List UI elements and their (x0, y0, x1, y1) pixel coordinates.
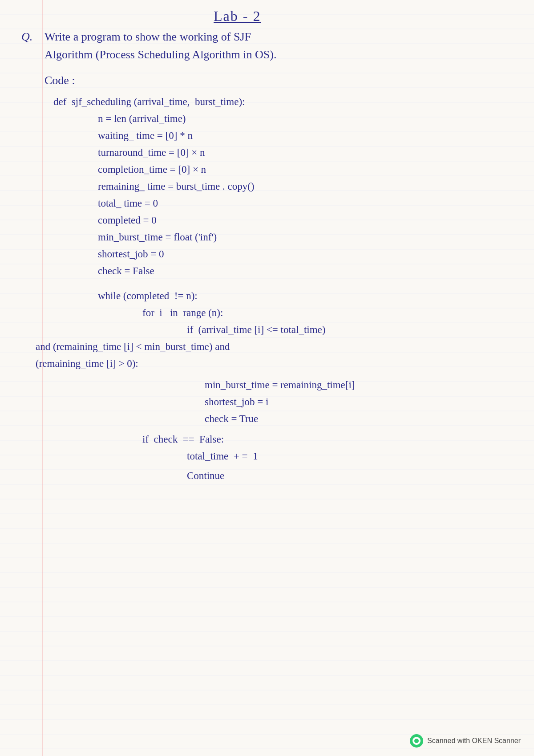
code-line-6: remaining_ time = burst_time . copy() (98, 178, 255, 195)
code-line-19: check = True (205, 411, 258, 427)
code-line-15: and (remaining_time [i] < min_burst_time… (36, 338, 230, 355)
code-line-21: total_time + = 1 (187, 448, 258, 465)
question-line2: Algorithm (Process Scheduling Algorithm … (44, 48, 276, 61)
scanner-badge: Scanned with OKEN Scanner (409, 734, 521, 748)
code-line-3: waiting_ time = [0] * n (98, 127, 193, 144)
code-label: Code : (44, 74, 75, 87)
scanner-label: Scanned with OKEN Scanner (427, 737, 521, 745)
code-line-4: turnaround_time = [0] × n (98, 144, 205, 161)
question-line1: Write a program to show the working of S… (44, 30, 251, 44)
code-line-5: completion_time = [0] × n (98, 161, 206, 178)
code-line-20: if check == False: (142, 431, 224, 448)
code-line-12: while (completed != n): (98, 288, 198, 305)
code-line-17: min_burst_time = remaining_time[i] (205, 377, 355, 394)
code-line-9: min_burst_time = float ('inf') (98, 229, 217, 246)
page: Lab - 2 Q. Write a program to show the w… (0, 0, 534, 756)
margin-line (42, 0, 43, 756)
oken-scanner-icon (409, 734, 424, 748)
svg-point-4 (414, 739, 419, 743)
code-line-22: Continue (187, 467, 224, 484)
page-title: Lab - 2 (214, 8, 261, 24)
question-label: Q. (21, 30, 32, 44)
code-line-18: shortest_job = i (205, 394, 268, 411)
code-line-14: if (arrival_time [i] <= total_time) (187, 321, 325, 338)
code-line-2: n = len (arrival_time) (98, 110, 186, 127)
code-line-13: for i in range (n): (142, 305, 223, 321)
code-line-10: shortest_job = 0 (98, 246, 164, 263)
code-line-11: check = False (98, 263, 154, 280)
code-line-1: def sjf_scheduling (arrival_time, burst_… (53, 93, 245, 110)
code-line-7: total_ time = 0 (98, 195, 158, 212)
code-line-16: (remaining_time [i] > 0): (36, 355, 138, 372)
code-line-8: completed = 0 (98, 212, 157, 229)
